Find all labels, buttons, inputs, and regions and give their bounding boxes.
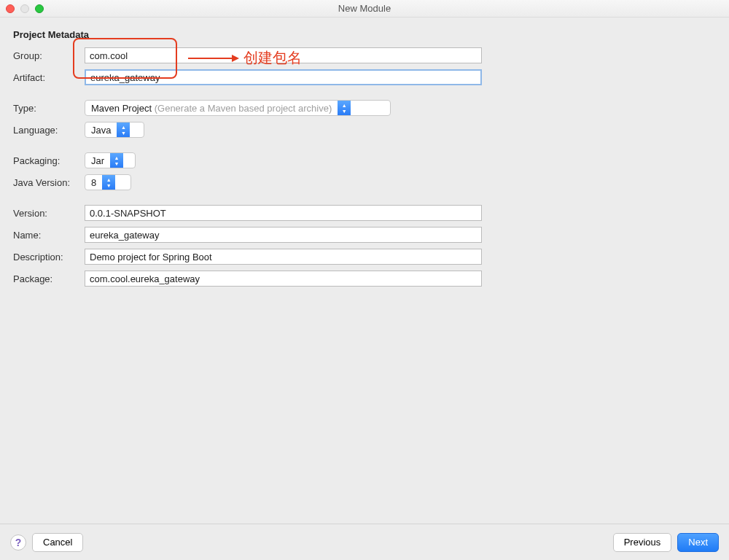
window-title: New Module: [0, 3, 729, 14]
type-value: Maven Project: [91, 103, 152, 114]
label-artifact: Artifact:: [13, 72, 85, 83]
row-artifact: Artifact:: [13, 69, 716, 85]
cancel-button[interactable]: Cancel: [32, 533, 83, 552]
label-language: Language:: [13, 125, 85, 136]
row-java-version: Java Version: 8 ▲▼: [13, 174, 716, 190]
titlebar: New Module: [0, 0, 729, 18]
label-packaging: Packaging:: [13, 155, 85, 166]
label-name: Name:: [13, 230, 85, 241]
row-package: Package:: [13, 271, 716, 287]
chevron-updown-icon: ▲▼: [102, 175, 115, 190]
next-button[interactable]: Next: [677, 533, 719, 552]
help-button[interactable]: ?: [10, 534, 26, 551]
row-group: Group:: [13, 47, 716, 63]
label-java-version: Java Version:: [13, 177, 85, 188]
row-type: Type: Maven Project (Generate a Maven ba…: [13, 100, 716, 116]
version-input[interactable]: [85, 205, 482, 221]
label-group: Group:: [13, 50, 85, 61]
package-input[interactable]: [85, 271, 482, 287]
language-select[interactable]: Java ▲▼: [85, 122, 144, 138]
row-description: Description:: [13, 249, 716, 265]
row-name: Name:: [13, 227, 716, 243]
row-packaging: Packaging: Jar ▲▼: [13, 152, 716, 168]
chevron-updown-icon: ▲▼: [338, 101, 351, 115]
zoom-icon[interactable]: [35, 4, 44, 13]
minimize-icon: [20, 4, 29, 13]
chevron-updown-icon: ▲▼: [110, 153, 123, 168]
label-version: Version:: [13, 208, 85, 219]
label-type: Type:: [13, 103, 85, 114]
row-language: Language: Java ▲▼: [13, 122, 716, 138]
packaging-select[interactable]: Jar ▲▼: [85, 152, 136, 168]
artifact-input[interactable]: [85, 69, 482, 85]
language-value: Java: [91, 125, 111, 136]
help-icon: ?: [15, 537, 22, 548]
type-select[interactable]: Maven Project (Generate a Maven based pr…: [85, 100, 391, 116]
section-title: Project Metadata: [13, 29, 716, 40]
packaging-value: Jar: [91, 155, 104, 166]
name-input[interactable]: [85, 227, 482, 243]
footer: ? Cancel Previous Next: [0, 524, 729, 560]
label-package: Package:: [13, 273, 85, 284]
row-version: Version:: [13, 205, 716, 221]
chevron-updown-icon: ▲▼: [117, 122, 130, 137]
content-area: Project Metadata 创建包名 Group: Artifact: T…: [0, 18, 729, 524]
close-icon[interactable]: [6, 4, 15, 13]
java-version-select[interactable]: 8 ▲▼: [85, 174, 131, 190]
description-input[interactable]: [85, 249, 482, 265]
group-input[interactable]: [85, 47, 482, 63]
label-description: Description:: [13, 252, 85, 262]
java-version-value: 8: [91, 177, 96, 188]
window-controls: [6, 4, 44, 13]
new-module-window: New Module Project Metadata 创建包名 Group: …: [0, 0, 729, 560]
type-hint: (Generate a Maven based project archive): [155, 103, 332, 114]
previous-button[interactable]: Previous: [613, 533, 672, 552]
